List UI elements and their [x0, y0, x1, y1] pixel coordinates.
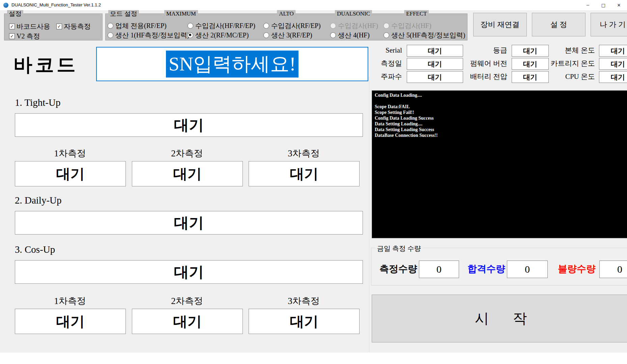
- section-title-cos-up: 3. Cos-Up: [15, 244, 55, 255]
- daily-count-title: 금일 측정 수량: [375, 244, 423, 253]
- radio-icon[interactable]: [188, 23, 193, 29]
- radio-icon: [383, 23, 389, 29]
- status-value-body-temp: 대기: [599, 45, 627, 57]
- panel-divider: [369, 78, 369, 352]
- radio-label: 수입검사(HF): [338, 21, 378, 30]
- status-label-cpu-temp: CPU 온도: [538, 71, 595, 82]
- column-header-alto: ALTO: [277, 10, 295, 18]
- sub-label-measure-2b: 2차측정: [132, 295, 242, 307]
- settings-group: 설정 ✓ 바코드사용 ✓ 자동측정 ✓ V2 측정: [4, 13, 103, 40]
- mode-group-title: 모드 설정: [108, 10, 139, 18]
- checkbox-icon[interactable]: ✓: [9, 24, 15, 29]
- radio-icon[interactable]: [263, 23, 269, 29]
- window-title: DUALSONIC_Multi_Function_Tester Ver.1.1.…: [11, 2, 101, 7]
- measured-count-value: 0: [419, 261, 459, 278]
- status-label-measure-date: 측정일: [368, 58, 402, 69]
- pass-count-value: 0: [507, 261, 548, 278]
- radio-production-2[interactable]: 생산 2(RF/MC/EP): [188, 31, 249, 40]
- fail-count-label: 불량수량: [558, 261, 596, 277]
- reconnect-device-button[interactable]: 장비 재연결: [473, 13, 527, 36]
- measure-3-status-box: 대기: [249, 161, 360, 186]
- start-button[interactable]: 시 작: [372, 295, 627, 342]
- radio-icon: [330, 23, 336, 29]
- status-label-cartridge-temp: 카트리지 온도: [538, 58, 595, 69]
- radio-incoming-rf-ep[interactable]: 수입검사(RF/EP): [263, 21, 321, 30]
- measure-1b-status-box: 대기: [15, 309, 126, 334]
- radio-icon[interactable]: [263, 32, 269, 38]
- section-title-tight-up: 1. Tight-Up: [15, 97, 60, 108]
- checkbox-icon[interactable]: ✓: [9, 33, 15, 39]
- console-line: Scope Data:FAIL: [375, 104, 627, 110]
- measure-1-status-box: 대기: [15, 161, 126, 186]
- radio-vendor-only[interactable]: 업체 전용(RF/EP): [108, 21, 167, 30]
- barcode-label: 바코드: [13, 54, 78, 75]
- radio-production-3[interactable]: 생산 3(RF/EP): [263, 31, 312, 40]
- radio-production-4[interactable]: 생산 4(HF): [330, 31, 370, 40]
- measure-2b-status-box: 대기: [132, 309, 243, 334]
- radio-label: 생산 4(HF): [338, 31, 370, 40]
- minimize-button[interactable]: ─: [580, 0, 596, 10]
- exit-button[interactable]: 나 가 기: [591, 13, 627, 36]
- radio-incoming-hf-rf-ep[interactable]: 수입검사(HF/RF/EP): [188, 21, 255, 30]
- title-bar: DUALSONIC_Multi_Function_Tester Ver.1.1.…: [0, 0, 627, 11]
- column-header-dualsonic: DUALSONIC: [335, 10, 372, 18]
- maximize-button[interactable]: □: [596, 0, 611, 10]
- radio-label: 수입검사(HF): [391, 21, 431, 30]
- radio-icon[interactable]: [108, 23, 113, 29]
- tight-up-status-box: 대기: [15, 113, 363, 137]
- radio-label: 생산 1(HF측정/정보입력): [115, 31, 189, 40]
- measure-3b-status-box: 대기: [249, 309, 360, 334]
- status-label-serial: Serial: [368, 45, 402, 56]
- radio-icon[interactable]: [108, 32, 113, 38]
- barcode-input[interactable]: SN입력하세요!: [96, 47, 368, 81]
- bottom-band: [0, 353, 627, 364]
- checkbox-icon[interactable]: ✓: [56, 24, 62, 29]
- status-label-frequency: 주파수: [368, 71, 402, 82]
- radio-label: 생산 5(HF측정/정보입력): [391, 31, 465, 40]
- radio-label: 생산 3(RF/EP): [271, 31, 312, 40]
- sub-label-measure-3b: 3차측정: [249, 295, 359, 307]
- radio-production-5[interactable]: 생산 5(HF측정/정보입력): [383, 31, 465, 40]
- sub-label-measure-1: 1차측정: [15, 147, 125, 159]
- radio-incoming-hf-effect: 수입검사(HF): [383, 21, 431, 30]
- status-value-frequency: 대기: [407, 71, 463, 83]
- checkbox-v2-measure[interactable]: ✓ V2 측정: [9, 32, 40, 41]
- status-label-battery-voltage: 배터리 전압: [457, 71, 507, 82]
- status-label-body-temp: 본체 온도: [538, 45, 595, 56]
- app-window: DUALSONIC_Multi_Function_Tester Ver.1.1.…: [0, 0, 627, 364]
- radio-icon[interactable]: [383, 32, 389, 38]
- sub-label-measure-1b: 1차측정: [15, 295, 125, 307]
- radio-incoming-hf-dualsonic: 수입검사(HF): [330, 21, 378, 30]
- radio-production-1[interactable]: 생산 1(HF측정/정보입력): [108, 31, 189, 40]
- status-label-firmware-version: 펌웨어 버전: [457, 58, 507, 69]
- column-header-effect: EFFECT: [404, 10, 429, 18]
- close-button[interactable]: ✕: [611, 0, 627, 10]
- status-label-grade: 등급: [457, 45, 507, 56]
- console-line: [375, 98, 627, 104]
- checkbox-label: 바코드사용: [17, 22, 50, 31]
- radio-icon[interactable]: [330, 32, 336, 38]
- checkbox-barcode-use[interactable]: ✓ 바코드사용: [9, 22, 50, 31]
- radio-label: 수입검사(HF/RF/EP): [195, 21, 255, 30]
- settings-group-title: 설정: [7, 10, 23, 18]
- checkbox-auto-measure[interactable]: ✓ 자동측정: [56, 22, 91, 31]
- column-header-maximum: MAXIMUM: [164, 10, 198, 18]
- console-log[interactable]: Config Data Loading.... Scope Data:FAIL …: [372, 90, 627, 238]
- daily-up-status-box: 대기: [15, 211, 363, 235]
- app-icon: [3, 3, 8, 8]
- fail-count-value: 0: [599, 261, 627, 278]
- measured-count-label: 측정수량: [379, 261, 417, 277]
- checkbox-label: V2 측정: [17, 32, 40, 41]
- settings-button[interactable]: 설 정: [532, 13, 586, 36]
- radio-label: 생산 2(RF/MC/EP): [195, 31, 249, 40]
- status-value-cartridge-temp: 대기: [599, 58, 627, 70]
- radio-icon-selected[interactable]: [188, 32, 193, 38]
- radio-label: 업체 전용(RF/EP): [115, 21, 167, 30]
- console-line: Config Data Loading Success: [375, 115, 627, 121]
- status-value-serial: 대기: [407, 45, 463, 57]
- barcode-input-selected-text: SN입력하세요!: [166, 51, 298, 78]
- cos-up-status-box: 대기: [15, 260, 363, 284]
- sub-label-measure-2: 2차측정: [132, 147, 242, 159]
- measure-2-status-box: 대기: [132, 161, 243, 186]
- console-line: Data Setting Loading....: [375, 121, 627, 127]
